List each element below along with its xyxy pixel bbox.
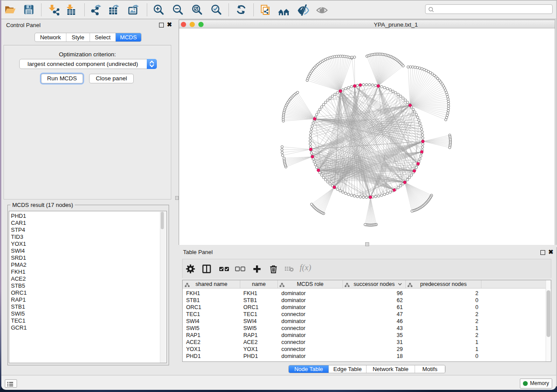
svg-text:f(x): f(x) xyxy=(300,263,311,272)
